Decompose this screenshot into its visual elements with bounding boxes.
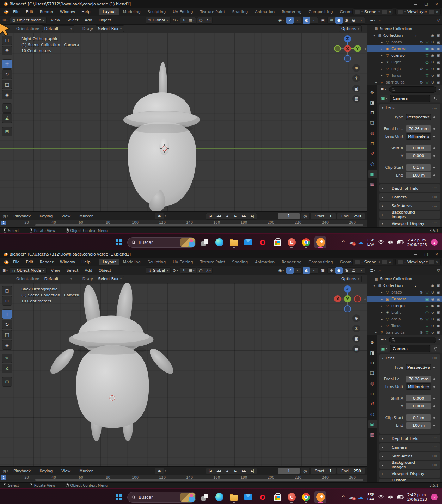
playback-button[interactable]: ▶ — [232, 213, 240, 219]
properties-tab-icon[interactable]: ◨ — [368, 349, 377, 356]
lens-panel-header[interactable]: ▾ Lens ∷∷ — [379, 354, 440, 362]
gizmos-dropdown[interactable]: ▾ — [294, 267, 301, 274]
expand-arrow-icon[interactable]: ► — [381, 291, 385, 294]
snap-to-dropdown[interactable]: ▦▾ — [188, 267, 196, 274]
properties-tab-icon[interactable]: ⚙ — [368, 88, 377, 96]
taskbar-app-icon[interactable] — [300, 236, 312, 248]
filter-icon[interactable]: ▽ — [437, 268, 440, 273]
grid-ortho-icon[interactable]: ▦ — [352, 345, 360, 353]
eye-visibility-icon[interactable]: ∪ — [430, 317, 435, 321]
workspace-tab[interactable]: UV Editing — [169, 259, 196, 265]
expand-arrow-icon[interactable]: ► — [381, 41, 385, 44]
lens-panel-header[interactable]: ▾ Lens ∷∷ — [379, 104, 440, 112]
checkbox-icon[interactable]: ✓ — [413, 34, 418, 37]
object-name[interactable]: Light — [391, 60, 401, 64]
options-dropdown[interactable]: Options▾ — [339, 276, 362, 282]
frame-start-field[interactable]: Start1 — [311, 468, 336, 474]
animate-decorator[interactable] — [431, 398, 437, 399]
timeline-menu-item[interactable]: Keying — [36, 213, 57, 219]
field-value[interactable]: Millimeters ▾ — [406, 133, 431, 140]
eye-visibility-icon[interactable]: ◉ — [430, 297, 435, 301]
taskbar-app-icon[interactable] — [242, 236, 254, 248]
onedrive-error-icon[interactable]: ☁✕ — [349, 494, 354, 500]
close-button[interactable]: ✕ — [431, 250, 442, 258]
workspace-tab[interactable]: Geometry Noc — [336, 8, 352, 15]
object-name[interactable]: Collection — [383, 283, 403, 288]
taskbar-app-icon[interactable] — [300, 491, 312, 503]
timeline-ruler[interactable]: 1 20406080100120140160180200220240260 — [0, 220, 367, 227]
taskbar-app-icon[interactable] — [199, 236, 211, 248]
tool-button[interactable]: ⊕ — [2, 296, 12, 306]
taskbar-app-icon[interactable] — [242, 491, 254, 503]
falloff-dropdown[interactable]: ∧▾ — [205, 17, 212, 24]
properties-tab-icon[interactable]: ⊟ — [368, 109, 377, 116]
field-value[interactable]: 100 m ▾ — [406, 422, 431, 429]
panel-drag-dots-icon[interactable]: ∷∷ — [433, 186, 437, 190]
field-value[interactable]: Perspective ▾ — [406, 364, 431, 370]
tool-button[interactable]: ∡ — [2, 364, 12, 373]
render-visibility-icon[interactable]: ▣ — [436, 304, 441, 308]
object-name[interactable]: brazo — [391, 40, 402, 44]
menu-item[interactable]: Help — [78, 9, 93, 15]
expand-arrow-icon[interactable]: ► — [381, 311, 385, 314]
panel-drag-dots-icon[interactable]: ∷∷ — [433, 454, 437, 458]
object-name[interactable]: oreja — [391, 67, 401, 71]
copy-icon[interactable] — [429, 10, 434, 14]
snap-magnet-icon[interactable]: ∩ — [180, 267, 188, 274]
animate-decorator[interactable] — [431, 174, 437, 176]
search-input[interactable]: Buscar — [127, 237, 196, 248]
animate-decorator[interactable] — [431, 155, 437, 157]
workspace-tab[interactable]: Sculpting — [144, 8, 169, 15]
region-collapse-icon[interactable]: ‹ — [364, 47, 366, 51]
shading-wireframe-button[interactable]: ⊕ — [328, 17, 335, 24]
field-value[interactable]: Perspective ▾ — [406, 114, 431, 120]
axis-x-negative[interactable] — [354, 296, 361, 302]
editor-type-button[interactable]: ≡▾ — [380, 336, 387, 343]
fake-user-shield-icon[interactable] — [431, 95, 440, 102]
expand-arrow-icon[interactable]: ► — [381, 305, 385, 307]
field-value[interactable]: 100 m ▾ — [406, 172, 431, 178]
arm-right[interactable] — [146, 345, 177, 377]
object-name[interactable]: Camera — [391, 47, 406, 51]
copy-icon[interactable] — [382, 10, 387, 14]
timeline-scrollbar[interactable] — [35, 479, 363, 481]
notification-badge[interactable]: 2 — [431, 239, 438, 246]
outliner-row[interactable]: ► ▽ Torus ✓ ⚙ ▽ ∪ ▣ — [367, 72, 442, 79]
pan-hand-icon[interactable]: ✳ — [352, 74, 360, 82]
workspace-tab[interactable]: Modeling — [119, 8, 144, 15]
panel-header[interactable]: ▸ Camera ≣ ∷∷ — [379, 443, 440, 451]
field-value[interactable]: 0.000 ▾ — [406, 153, 431, 159]
render-visibility-icon[interactable]: ▣ — [436, 47, 441, 51]
panel-drag-dots-icon[interactable]: ∷∷ — [433, 204, 437, 208]
editor-type-button[interactable]: ≣▾ — [369, 267, 376, 274]
field-value[interactable]: 70.26 mm ▾ — [406, 125, 431, 132]
tool-button[interactable]: ∡ — [2, 113, 12, 123]
eye-visibility-icon[interactable]: ◉ — [430, 54, 435, 57]
navigation-gizmo[interactable]: Z Y X — [333, 35, 362, 63]
search-icon[interactable]: ⌕ — [379, 268, 381, 273]
viewport-menu-item[interactable]: Add — [81, 268, 95, 273]
workspace-tab[interactable]: Rendering — [278, 8, 305, 15]
panel-header[interactable]: ▸ Custom Properties ≣ ∷∷ — [379, 479, 440, 482]
panel-drag-dots-icon[interactable]: ∷∷ — [433, 472, 437, 475]
workspace-tab[interactable]: UV Editing — [169, 8, 196, 15]
properties-tab-icon[interactable]: ◻ — [368, 390, 377, 397]
pin-icon[interactable]: ⌖ — [378, 10, 380, 14]
playback-button[interactable]: ◀ — [223, 213, 231, 219]
use-preview-range-icon[interactable]: ◷ — [301, 468, 309, 474]
copy-icon[interactable] — [429, 260, 434, 264]
viewport-menu-item[interactable]: Select — [63, 268, 81, 273]
outliner-row[interactable]: ► ▽ oreja ✓ ⚙ ▽ ∪ ▣ — [367, 316, 442, 322]
proportional-edit-icon[interactable]: ○ — [197, 267, 205, 274]
panel-drag-dots-icon[interactable]: ∷∷ — [433, 222, 437, 225]
visibility-dropdown[interactable]: ◉▾ — [277, 17, 285, 24]
object-name[interactable]: Torus — [391, 324, 401, 328]
object-name[interactable]: Light — [391, 310, 401, 315]
outliner-row[interactable]: ► ▽ cuerpo ✓ ⚙ ▽ ◉ ▣ — [367, 302, 442, 309]
outliner-row[interactable]: ▼ ▤ Collection ✓ ⚙ ◉ ▣ — [367, 32, 442, 39]
axis-z-negative[interactable] — [344, 306, 351, 312]
render-visibility-icon[interactable]: ▣ — [436, 80, 441, 84]
properties-tab-icon[interactable]: ◨ — [368, 99, 377, 106]
object-name[interactable]: barriguita — [386, 330, 405, 335]
object-name[interactable]: Scene Collection — [380, 277, 412, 281]
